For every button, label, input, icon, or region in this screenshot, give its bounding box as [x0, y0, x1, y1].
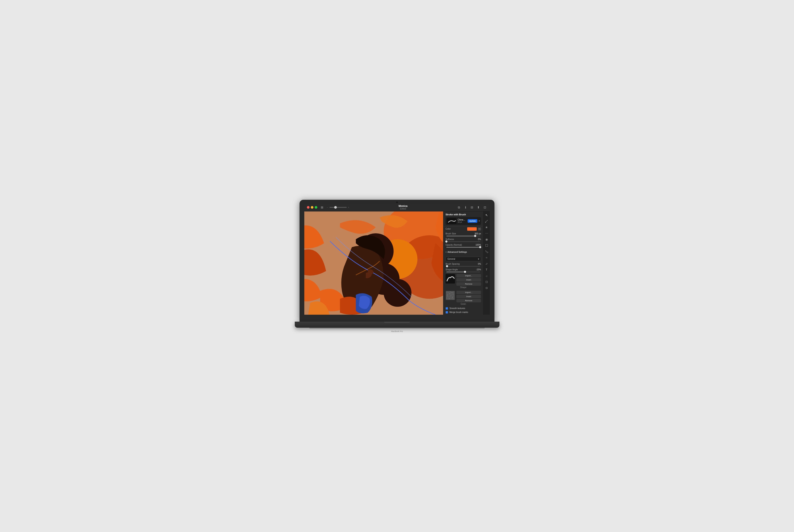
svg-point-25: [451, 298, 451, 299]
document-title: Monica: [349, 205, 457, 208]
fullscreen-icon[interactable]: ⊡: [483, 205, 487, 210]
screen: ⊞ − + Monica Edited ⧉ ℹ ⊟: [304, 204, 490, 320]
cursor-tool-icon[interactable]: ↖: [484, 213, 489, 217]
opacity-slider-row: [443, 247, 483, 248]
shape-thumbnail: [445, 274, 455, 284]
shape-angle-value: -15%: [473, 268, 481, 271]
crop-tool-icon[interactable]: ⊡: [484, 280, 489, 284]
general-dropdown[interactable]: General ▾: [445, 257, 481, 261]
merge-brush-marks-checkbox[interactable]: ✓: [445, 311, 448, 314]
svg-point-24: [449, 298, 450, 299]
softness-value: 0%: [473, 238, 481, 241]
shape-section: Import... Invert Remove Shape: [443, 273, 483, 290]
color-pen-icon[interactable]: ✏: [478, 227, 481, 230]
opacity-slider[interactable]: [446, 247, 480, 248]
grid-view-icon[interactable]: ⋯: [484, 231, 489, 236]
trackpad-bump: [384, 322, 410, 323]
panel-title: Stroke with Brush: [445, 213, 481, 216]
svg-point-23: [447, 298, 447, 298]
titlebar-left: ⊞ − +: [307, 206, 349, 209]
star-favorites-icon[interactable]: ★: [484, 225, 489, 230]
brush-size-slider[interactable]: [446, 236, 480, 236]
text-tool-icon[interactable]: T: [484, 267, 489, 272]
info-icon[interactable]: ℹ: [463, 205, 467, 210]
eraser-tool-icon[interactable]: [484, 261, 489, 266]
titlebar-center: Monica Edited: [349, 205, 457, 210]
softness-slider[interactable]: [446, 241, 480, 242]
svg-point-14: [447, 294, 448, 294]
brush-dropdown-icon[interactable]: ▾: [479, 220, 480, 222]
svg-point-19: [449, 296, 449, 297]
base-shadow: [309, 328, 485, 329]
brush-tool-icon[interactable]: [484, 219, 489, 224]
selection-icon[interactable]: [484, 243, 489, 248]
canvas-area[interactable]: [304, 211, 443, 315]
brush-size-value: 300 px: [473, 232, 481, 235]
laptop-wrapper: ⊞ − + Monica Edited ⧉ ℹ ⊟: [299, 200, 495, 332]
titlebar: ⊞ − + Monica Edited ⧉ ℹ ⊟: [304, 204, 490, 211]
merge-brush-marks-label: Merge brush marks: [449, 311, 468, 314]
svg-point-26: [453, 299, 453, 299]
grain-thumbnail: [445, 291, 455, 300]
grain-import-button[interactable]: Import...: [456, 291, 481, 294]
zoom-slider[interactable]: [329, 207, 347, 208]
svg-point-9: [447, 292, 447, 292]
svg-point-13: [453, 292, 454, 292]
svg-point-20: [450, 296, 451, 296]
svg-point-10: [448, 292, 449, 293]
smooth-textures-checkbox[interactable]: ✓: [445, 307, 448, 310]
softness-row: Softness 0%: [443, 237, 483, 241]
svg-point-29: [487, 252, 488, 253]
svg-point-27: [485, 222, 486, 223]
color-label: Color: [445, 228, 466, 230]
zoom-minus-icon[interactable]: −: [327, 206, 328, 209]
dropdown-row: General ▾: [443, 256, 483, 262]
shape-angle-slider[interactable]: [446, 272, 480, 272]
overflow-icon[interactable]: ⊖: [484, 285, 489, 290]
paint-bucket-icon[interactable]: [484, 249, 489, 254]
brush-size-label: Brush Size: [445, 232, 472, 235]
circle-tool-icon[interactable]: ◉: [484, 237, 489, 242]
color-row: Color ✏: [443, 226, 483, 232]
brush-size-row: Brush Size 300 px: [443, 232, 483, 236]
softness-label: Softness: [445, 238, 472, 241]
camera-notch: [396, 202, 398, 203]
adjustments-icon[interactable]: ⊟: [470, 205, 474, 210]
keyboard-base: [295, 322, 499, 328]
section-collapse-icon: ▾: [445, 251, 447, 253]
minimize-button[interactable]: [311, 206, 313, 209]
color-swatch[interactable]: [467, 227, 477, 231]
magnify-tool-icon[interactable]: ⌕: [484, 273, 489, 278]
opacity-value: 100%: [473, 244, 481, 246]
shape-invert-button[interactable]: Invert: [456, 278, 481, 282]
merge-brush-marks-row[interactable]: ✓ Merge brush marks: [443, 310, 483, 314]
shape-import-button[interactable]: Import...: [456, 274, 481, 278]
svg-point-21: [452, 297, 453, 297]
grain-remove-button[interactable]: Remove: [456, 299, 481, 302]
smudge-tool-icon[interactable]: ≈: [484, 255, 489, 260]
smooth-textures-label: Smooth textures: [449, 307, 465, 309]
grain-invert-button[interactable]: Invert: [456, 295, 481, 298]
svg-rect-28: [485, 244, 488, 247]
dropdown-label: General: [447, 258, 455, 260]
grain-section: Import... Invert Remove Grain: [443, 290, 483, 306]
shape-buttons: Import... Invert Remove: [456, 274, 481, 286]
shape-remove-button[interactable]: Remove: [456, 282, 481, 286]
svg-point-12: [452, 292, 453, 293]
sidebar-toggle-icon[interactable]: ⊞: [321, 206, 324, 209]
advanced-settings-header[interactable]: ▾ Advanced Settings: [443, 250, 483, 254]
close-button[interactable]: [307, 206, 310, 209]
shape-angle-label: Shape Angle: [445, 268, 472, 271]
share-icon[interactable]: ⬆: [476, 205, 481, 210]
svg-rect-8: [446, 291, 455, 300]
update-button[interactable]: Update: [467, 219, 477, 223]
document-subtitle: Edited: [349, 208, 457, 210]
smooth-textures-row[interactable]: ✓ Smooth textures: [443, 306, 483, 310]
svg-point-11: [450, 292, 450, 292]
brush-spacing-slider[interactable]: [446, 266, 480, 267]
grain-texture-row: Import... Invert Remove: [445, 291, 481, 302]
layers-icon[interactable]: ⧉: [457, 205, 461, 210]
maximize-button[interactable]: [315, 206, 317, 209]
brush-spacing-label: Brush Spacing: [445, 263, 472, 265]
softness-slider-row: [443, 241, 483, 243]
